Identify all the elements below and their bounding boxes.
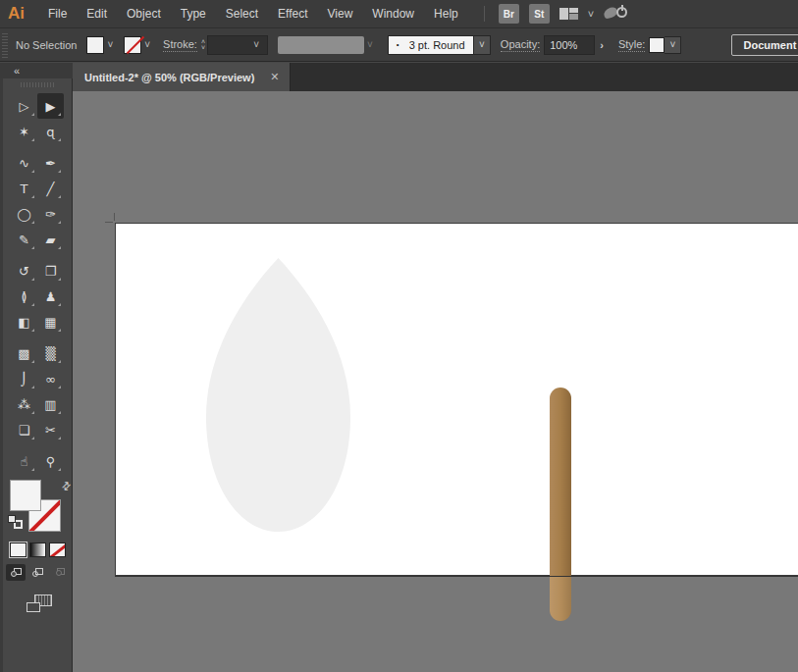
tool-puppet-warp[interactable]: ♟ <box>37 284 64 309</box>
menu-item-help[interactable]: Help <box>424 0 468 28</box>
tool-symbol-sprayer[interactable]: ⁂ <box>11 391 37 417</box>
workspace-switcher-icon[interactable] <box>559 8 578 20</box>
stroke-label[interactable]: Stroke: <box>163 38 197 52</box>
menu-item-view[interactable]: View <box>318 0 363 28</box>
stock-button[interactable]: St <box>529 4 550 24</box>
style-label[interactable]: Style: <box>618 38 646 52</box>
tool-perspective-grid[interactable]: ▦ <box>37 309 64 335</box>
menu-item-edit[interactable]: Edit <box>77 0 117 28</box>
column-graph-tool-icon: ▥ <box>44 398 56 411</box>
selection-status-label: No Selection <box>16 39 77 51</box>
tool-line-segment[interactable]: ╱ <box>37 176 64 201</box>
tool-blend[interactable]: ∞ <box>37 366 64 391</box>
tool-hand[interactable]: ☝ <box>11 448 37 474</box>
magic-wand-tool-icon: ✶ <box>19 126 29 138</box>
type-tool-icon: T <box>21 182 28 195</box>
tool-gradient[interactable]: ▒ <box>37 340 64 366</box>
stroke-weight-chevron-down-icon: ˅ <box>250 39 262 50</box>
tool-selection[interactable]: ▷ <box>11 93 37 119</box>
tool-pencil[interactable]: ✎ <box>11 227 37 252</box>
none-button[interactable] <box>49 543 66 557</box>
control-bar-grip[interactable] <box>2 32 8 58</box>
tools-panel-grip[interactable] <box>21 82 54 87</box>
document-setup-button[interactable]: Document Setup <box>731 34 798 56</box>
tool-column-graph[interactable]: ▥ <box>37 391 64 417</box>
menu-item-type[interactable]: Type <box>171 0 216 28</box>
brush-definition-select[interactable] <box>278 36 364 54</box>
opacity-label[interactable]: Opacity: <box>501 38 540 52</box>
lasso-tool-icon: ɋ <box>46 126 54 138</box>
leaf-shape[interactable] <box>206 258 350 532</box>
tool-artboard[interactable]: ❏ <box>11 417 37 442</box>
menu-item-window[interactable]: Window <box>362 0 424 28</box>
default-fill-stroke-icon[interactable] <box>8 515 23 529</box>
canvas[interactable] <box>73 91 798 672</box>
menu-item-select[interactable]: Select <box>216 0 268 28</box>
slice-tool-icon: ✂ <box>45 424 56 437</box>
tool-group-drawing: ∿ ✒ T ╱ ◯ ✑ ✎ ▰ <box>3 150 72 252</box>
gradient-tool-icon: ▒ <box>46 347 56 360</box>
draw-inside-button[interactable] <box>49 564 69 581</box>
workspace-chevron-down-icon[interactable]: ˅ <box>588 9 594 20</box>
brush-dot-icon: • <box>397 40 399 49</box>
tool-zoom[interactable]: ⚲ <box>37 448 64 474</box>
stroke-weight-stepper[interactable]: ˄ ˅ <box>201 39 205 51</box>
tool-type[interactable]: T <box>11 176 37 201</box>
paintbrush-tool-icon: ✑ <box>45 208 56 221</box>
tool-eraser[interactable]: ▰ <box>37 227 64 252</box>
tool-curvature[interactable]: ∿ <box>11 150 37 176</box>
tool-ellipse[interactable]: ◯ <box>11 201 37 227</box>
tool-paintbrush[interactable]: ✑ <box>37 201 64 227</box>
tool-eyedropper[interactable]: ⌡ <box>11 366 37 391</box>
menu-item-file[interactable]: File <box>38 0 77 28</box>
tool-group-navigation: ☝ ⚲ <box>3 448 72 474</box>
width-tool-icon: ≬ <box>21 290 27 303</box>
style-swatch[interactable] <box>649 37 665 53</box>
tool-rotate[interactable]: ↺ <box>11 258 37 284</box>
tool-direct-selection[interactable]: ▶ <box>37 93 64 119</box>
bridge-button[interactable]: Br <box>499 4 519 24</box>
tab-close-icon[interactable]: ✕ <box>270 71 279 83</box>
tool-mesh[interactable]: ▩ <box>11 340 37 366</box>
pencil-tool-icon: ✎ <box>19 233 29 246</box>
tool-slice[interactable]: ✂ <box>37 417 64 442</box>
stick-shape[interactable] <box>550 388 571 621</box>
stepper-down-icon[interactable]: ˅ <box>201 45 205 51</box>
cs-live-icon[interactable] <box>604 5 627 23</box>
brush-preset-select[interactable]: • 3 pt. Round ˅ <box>388 35 491 55</box>
menu-bar: Ai File Edit Object Type Select Effect V… <box>0 0 798 28</box>
draw-normal-button[interactable] <box>6 564 26 581</box>
tool-magic-wand[interactable]: ✶ <box>11 119 37 144</box>
brush-definition-chevron-down-icon: ˅ <box>364 39 376 50</box>
tool-width[interactable]: ≬ <box>11 284 37 309</box>
draw-behind-button[interactable] <box>27 564 47 581</box>
change-screen-mode-icon[interactable] <box>27 594 52 612</box>
tool-lasso[interactable]: ɋ <box>37 119 64 144</box>
illustrator-window: Ai File Edit Object Type Select Effect V… <box>0 0 798 672</box>
tab-title: Untitled-2* @ 50% (RGB/Preview) <box>84 72 254 83</box>
menu-item-object[interactable]: Object <box>117 0 171 28</box>
menu-item-effect[interactable]: Effect <box>268 0 317 28</box>
selection-tool-icon: ▷ <box>20 100 29 113</box>
stroke-color-swatch[interactable] <box>124 36 141 54</box>
color-button[interactable] <box>10 543 27 557</box>
fill-chevron-down-icon[interactable]: ˅ <box>104 39 116 50</box>
brush-preset-chevron-down-icon[interactable]: ˅ <box>474 35 491 55</box>
stroke-weight-select[interactable]: ˅ <box>207 35 268 55</box>
symbol-sprayer-tool-icon: ⁂ <box>18 398 30 411</box>
opacity-input[interactable]: 100% <box>544 35 595 55</box>
opacity-arrow-icon[interactable]: › <box>595 39 609 51</box>
fill-color-swatch[interactable] <box>86 36 104 54</box>
tool-pen[interactable]: ✒ <box>37 150 64 176</box>
gradient-button[interactable] <box>29 543 46 557</box>
blend-tool-icon: ∞ <box>45 373 56 386</box>
pen-tool-icon: ✒ <box>45 157 56 170</box>
document-tab[interactable]: Untitled-2* @ 50% (RGB/Preview) ✕ <box>73 63 291 91</box>
shape-builder-tool-icon: ◧ <box>18 316 29 329</box>
swap-fill-stroke-icon[interactable]: ⇄ <box>59 479 75 494</box>
tool-shape-builder[interactable]: ◧ <box>11 309 37 335</box>
stroke-chevron-down-icon[interactable]: ˅ <box>141 39 153 50</box>
fill-swatch[interactable] <box>10 480 41 511</box>
tool-scale[interactable]: ❐ <box>37 258 64 284</box>
style-chevron-down-icon[interactable]: ˅ <box>665 36 681 54</box>
